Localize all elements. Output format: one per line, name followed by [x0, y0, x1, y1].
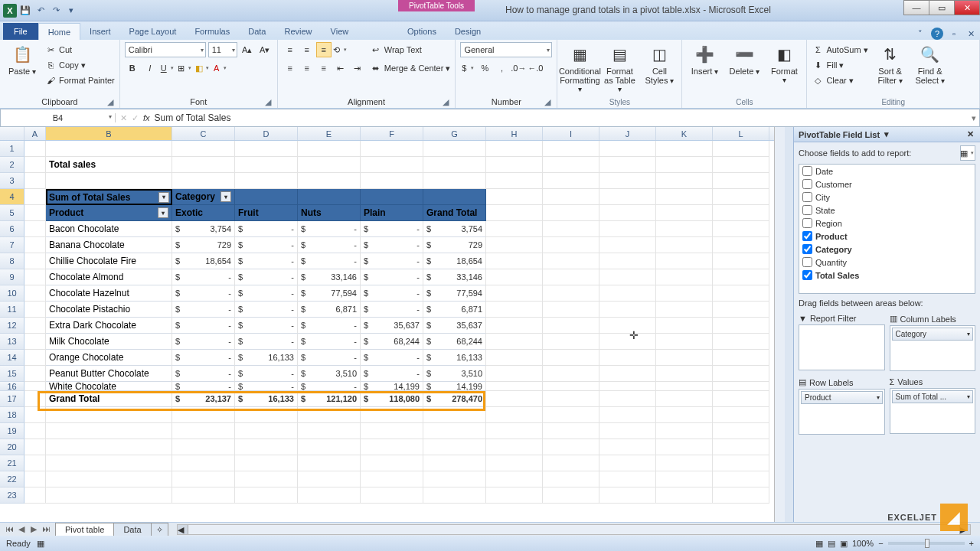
- tab-view[interactable]: View: [322, 23, 358, 40]
- cell[interactable]: [235, 407, 298, 423]
- cell[interactable]: [713, 318, 769, 334]
- paste-button[interactable]: 📋Paste ▾: [5, 42, 40, 77]
- cell[interactable]: $68,244: [423, 334, 486, 350]
- tab-data[interactable]: Data: [239, 23, 275, 40]
- cell[interactable]: Chillie Chocolate Fire: [46, 253, 172, 269]
- cell[interactable]: $-: [172, 318, 235, 334]
- cell[interactable]: [713, 366, 769, 382]
- align-top-icon[interactable]: ≡: [283, 42, 298, 57]
- minimize-ribbon-icon[interactable]: ˅: [914, 28, 926, 40]
- cell[interactable]: [46, 173, 172, 189]
- cell[interactable]: [599, 173, 656, 189]
- font-name-combo[interactable]: Calibri: [125, 42, 206, 57]
- cell[interactable]: [46, 439, 172, 455]
- zoom-out-icon[interactable]: −: [878, 539, 883, 548]
- cell[interactable]: $-: [172, 302, 235, 318]
- name-box[interactable]: B4: [1, 113, 116, 122]
- file-tab[interactable]: File: [3, 23, 38, 40]
- col-header[interactable]: J: [599, 127, 656, 140]
- cell[interactable]: [361, 157, 423, 173]
- cell[interactable]: [298, 189, 361, 205]
- cell[interactable]: [361, 487, 423, 504]
- row-header[interactable]: 10: [0, 285, 24, 302]
- dialog-launcher-icon[interactable]: ◢: [441, 97, 450, 106]
- cell[interactable]: [24, 157, 46, 173]
- copy-button[interactable]: ⎘Copy ▾: [44, 57, 115, 73]
- cell[interactable]: $18,654: [172, 253, 235, 269]
- underline-button[interactable]: U: [160, 60, 175, 76]
- cell[interactable]: $-: [361, 302, 423, 318]
- cell[interactable]: [656, 487, 713, 504]
- dialog-launcher-icon[interactable]: ◢: [263, 97, 273, 106]
- cell[interactable]: $-: [298, 350, 361, 366]
- cell[interactable]: [656, 269, 713, 285]
- horizontal-scrollbar[interactable]: ◀▶: [177, 524, 971, 535]
- cell[interactable]: [486, 285, 543, 302]
- cell[interactable]: [24, 423, 46, 439]
- col-header[interactable]: G: [423, 127, 486, 140]
- wrap-text-button[interactable]: ↩Wrap Text: [370, 42, 451, 57]
- expand-formula-bar-icon[interactable]: ▾: [969, 113, 979, 123]
- cell[interactable]: $-: [361, 366, 423, 382]
- cell[interactable]: [361, 189, 423, 205]
- vertical-scrollbar[interactable]: [774, 127, 785, 522]
- field-checkbox[interactable]: [802, 179, 812, 189]
- cell[interactable]: [599, 237, 656, 253]
- cell[interactable]: [656, 439, 713, 455]
- cell[interactable]: [46, 407, 172, 423]
- cell[interactable]: [24, 253, 46, 269]
- dec-decimal-icon[interactable]: ←.0: [528, 60, 543, 76]
- cell[interactable]: [543, 253, 599, 269]
- pill-sum-total[interactable]: Sum of Total ...: [892, 390, 974, 403]
- field-item[interactable]: Date: [799, 165, 975, 178]
- shrink-font-icon[interactable]: A▾: [257, 42, 273, 57]
- cell[interactable]: [599, 439, 656, 455]
- tab-home[interactable]: Home: [38, 23, 80, 40]
- field-item[interactable]: Customer: [799, 178, 975, 191]
- cell[interactable]: [543, 455, 599, 471]
- tab-options[interactable]: Options: [398, 23, 446, 40]
- cell[interactable]: [599, 205, 656, 221]
- cell[interactable]: [24, 269, 46, 285]
- cell[interactable]: [24, 221, 46, 237]
- cell-styles-button[interactable]: ◫Cell Styles ▾: [642, 42, 677, 86]
- cell[interactable]: [46, 423, 172, 439]
- cell[interactable]: [24, 141, 46, 157]
- cell[interactable]: [24, 407, 46, 423]
- cell[interactable]: [423, 471, 486, 487]
- cell[interactable]: [543, 157, 599, 173]
- cell[interactable]: [235, 157, 298, 173]
- cell[interactable]: Banana Chocolate: [46, 237, 172, 253]
- cell[interactable]: Bacon Chocolate: [46, 221, 172, 237]
- cell[interactable]: $729: [172, 237, 235, 253]
- row-header[interactable]: 22: [0, 471, 24, 487]
- cell[interactable]: [543, 439, 599, 455]
- field-item[interactable]: Product: [799, 230, 975, 243]
- cell[interactable]: [713, 205, 769, 221]
- cell[interactable]: [235, 471, 298, 487]
- row-header[interactable]: 16: [0, 382, 24, 391]
- cell[interactable]: [486, 382, 543, 391]
- spreadsheet-grid[interactable]: ABCDEFGHIJKL 12Total sales34Sum of Total…: [0, 127, 785, 522]
- row-header[interactable]: 11: [0, 302, 24, 318]
- zoom-slider[interactable]: [888, 542, 965, 545]
- cell[interactable]: $-: [235, 302, 298, 318]
- cell[interactable]: [656, 237, 713, 253]
- row-header[interactable]: 6: [0, 221, 24, 237]
- cell[interactable]: [599, 455, 656, 471]
- cell[interactable]: $33,146: [423, 269, 486, 285]
- field-item[interactable]: Category: [799, 243, 975, 256]
- cell[interactable]: [656, 423, 713, 439]
- cell[interactable]: [713, 455, 769, 471]
- cell[interactable]: [543, 334, 599, 350]
- cell[interactable]: [235, 439, 298, 455]
- pill-category[interactable]: Category: [892, 328, 974, 341]
- sheet-tab-data[interactable]: Data: [113, 523, 151, 536]
- cell[interactable]: Product ▾: [46, 205, 172, 221]
- cell[interactable]: $-: [361, 285, 423, 302]
- cell[interactable]: [543, 407, 599, 423]
- cell[interactable]: [543, 141, 599, 157]
- align-bottom-icon[interactable]: ≡: [316, 42, 332, 57]
- cell[interactable]: [486, 157, 543, 173]
- cell[interactable]: $-: [361, 237, 423, 253]
